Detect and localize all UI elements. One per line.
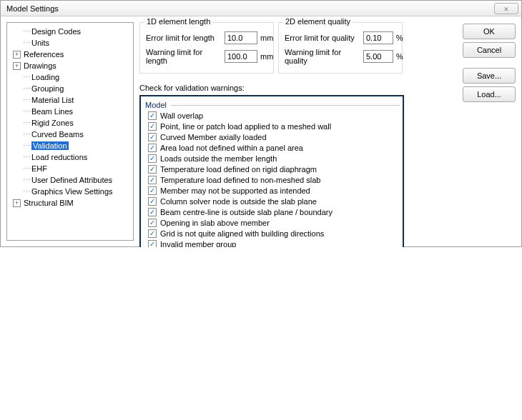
tree-item[interactable]: ⋯Units — [9, 37, 132, 49]
check-row[interactable]: ✓Column solver node is outside the slab … — [144, 196, 400, 206]
save-button[interactable]: Save... — [463, 68, 516, 84]
tree-connector-icon: ⋯ — [23, 84, 30, 94]
check-label: Point, line or patch load applied to a m… — [160, 122, 331, 131]
check-row[interactable]: ✓Point, line or patch load applied to a … — [144, 121, 400, 131]
checkbox-icon[interactable]: ✓ — [148, 240, 157, 248]
check-row[interactable]: ✓Temperature load defined to non-meshed … — [144, 174, 400, 185]
checkbox-icon[interactable]: ✓ — [148, 186, 157, 195]
tree-item-label: User Defined Attributes — [31, 176, 112, 184]
expand-icon[interactable]: + — [13, 199, 21, 207]
tree-connector-icon: ⋯ — [23, 119, 30, 128]
tree-item[interactable]: ⋯Beam Lines — [9, 106, 132, 117]
check-row[interactable]: ✓Invalid member group — [144, 239, 400, 247]
tree-connector-icon: ⋯ — [23, 27, 30, 36]
checkbox-icon[interactable]: ✓ — [148, 219, 157, 227]
tree-item[interactable]: +Drawings — [9, 60, 132, 71]
warning-quality-input[interactable] — [363, 50, 393, 63]
tree-connector-icon: ⋯ — [23, 130, 30, 139]
tree-connector-icon: ⋯ — [23, 96, 30, 105]
tree-item[interactable]: +Structural BIM — [9, 197, 132, 209]
tree-item-label: Drawings — [24, 61, 56, 70]
checkbox-icon[interactable]: ✓ — [148, 208, 157, 216]
checkbox-icon[interactable]: ✓ — [148, 122, 157, 131]
error-quality-input[interactable] — [363, 31, 393, 44]
check-label: Temperature load defined to non-meshed s… — [160, 176, 320, 184]
tree-item[interactable]: ⋯User Defined Attributes — [9, 174, 132, 186]
checkbox-icon[interactable]: ✓ — [148, 197, 157, 206]
error-length-unit: mm — [260, 34, 273, 42]
warning-quality-label: Warning limit for quality — [285, 48, 363, 65]
section-header: Model — [144, 99, 400, 110]
tree-item[interactable]: +References — [9, 49, 132, 60]
tree-item[interactable]: ⋯Graphics View Settings — [9, 186, 132, 197]
check-label: Curved Member axially loaded — [160, 133, 267, 141]
error-quality-label: Error limit for quality — [285, 34, 363, 42]
tree-item-label: References — [24, 50, 64, 59]
check-label: Beam centre-line is outside slab plane /… — [160, 208, 333, 216]
nav-tree[interactable]: ⋯Design Codes⋯Units+References+Drawings⋯… — [6, 22, 134, 241]
tree-item-label: Design Codes — [31, 27, 81, 36]
warning-length-input[interactable] — [225, 50, 257, 63]
tree-item[interactable]: ⋯Rigid Zones — [9, 117, 132, 129]
check-row[interactable]: ✓Grid is not quite aligned with building… — [144, 228, 400, 239]
check-row[interactable]: ✓Temperature load defined on rigid diaph… — [144, 164, 400, 174]
group-2d-quality: 2D element quality Error limit for quali… — [278, 22, 403, 74]
tree-item-label: Material List — [31, 96, 74, 104]
check-label: Opening in slab above member — [160, 219, 270, 227]
tree-item-label: Loading — [31, 73, 59, 81]
ok-button[interactable]: OK — [463, 24, 516, 39]
error-length-input[interactable] — [225, 31, 257, 44]
load-button[interactable]: Load... — [463, 86, 516, 102]
group-1d-legend: 1D element length — [144, 17, 212, 26]
expand-icon[interactable]: + — [13, 51, 21, 59]
tree-item[interactable]: ⋯Material List — [9, 94, 132, 106]
tree-item-label: Load reductions — [31, 153, 87, 161]
tree-connector-icon: ⋯ — [23, 176, 30, 185]
main-area: 1D element length Error limit for length… — [139, 22, 457, 220]
section-rule — [171, 105, 400, 106]
check-label: Invalid member group — [160, 240, 236, 248]
titlebar: Model Settings ⨉ — [1, 1, 521, 16]
tree-item[interactable]: ⋯Load reductions — [9, 151, 132, 163]
checkbox-icon[interactable]: ✓ — [148, 144, 157, 152]
check-row[interactable]: ✓Area load not defined within a panel ar… — [144, 142, 400, 153]
group-2d-legend: 2D element quality — [283, 17, 353, 26]
checkbox-icon[interactable]: ✓ — [148, 111, 157, 120]
validation-list-expanded[interactable]: Model✓Wall overlap✓Point, line or patch … — [139, 95, 404, 247]
tree-item[interactable]: ⋯Grouping — [9, 83, 132, 94]
tree-connector-icon: ⋯ — [23, 39, 30, 48]
check-row[interactable]: ✓Opening in slab above member — [144, 217, 400, 228]
checkbox-icon[interactable]: ✓ — [148, 133, 157, 141]
close-icon: ⨉ — [504, 4, 508, 13]
tree-connector-icon: ⋯ — [23, 164, 30, 174]
group-1d-length: 1D element length Error limit for length… — [139, 22, 274, 74]
error-quality-unit: % — [396, 34, 403, 42]
expand-icon[interactable]: + — [13, 62, 21, 70]
checkbox-icon[interactable]: ✓ — [148, 229, 157, 238]
close-button[interactable]: ⨉ — [494, 3, 518, 14]
tree-item-label: Validation — [31, 141, 69, 150]
tree-item[interactable]: ⋯Design Codes — [9, 26, 132, 37]
check-row[interactable]: ✓Loads outside the member length — [144, 153, 400, 164]
check-label: Temperature load defined on rigid diaphr… — [160, 165, 317, 174]
checkbox-icon[interactable]: ✓ — [148, 154, 157, 163]
tree-item-label: Rigid Zones — [31, 119, 74, 127]
tree-item[interactable]: ⋯EHF — [9, 163, 132, 174]
tree-item-label: Units — [31, 39, 49, 47]
checkbox-icon[interactable]: ✓ — [148, 165, 157, 174]
check-row[interactable]: ✓Wall overlap — [144, 110, 400, 121]
cancel-button[interactable]: Cancel — [463, 42, 516, 58]
tree-item-label: Graphics View Settings — [31, 187, 113, 196]
tree-item[interactable]: ⋯Loading — [9, 71, 132, 83]
client-area: ⋯Design Codes⋯Units+References+Drawings⋯… — [1, 16, 521, 246]
check-row[interactable]: ✓Member may not be supported as intended — [144, 185, 400, 196]
section-title: Model — [145, 101, 167, 109]
dialog-buttons: OK Cancel Save... Load... — [463, 22, 516, 102]
check-row[interactable]: ✓Beam centre-line is outside slab plane … — [144, 206, 400, 217]
checkbox-icon[interactable]: ✓ — [148, 176, 157, 184]
warning-length-label: Warning limit for length — [146, 48, 225, 65]
tree-item[interactable]: ⋯Validation — [9, 140, 132, 151]
tree-item[interactable]: ⋯Curved Beams — [9, 129, 132, 140]
check-row[interactable]: ✓Curved Member axially loaded — [144, 131, 400, 142]
check-label: Member may not be supported as intended — [160, 186, 310, 195]
